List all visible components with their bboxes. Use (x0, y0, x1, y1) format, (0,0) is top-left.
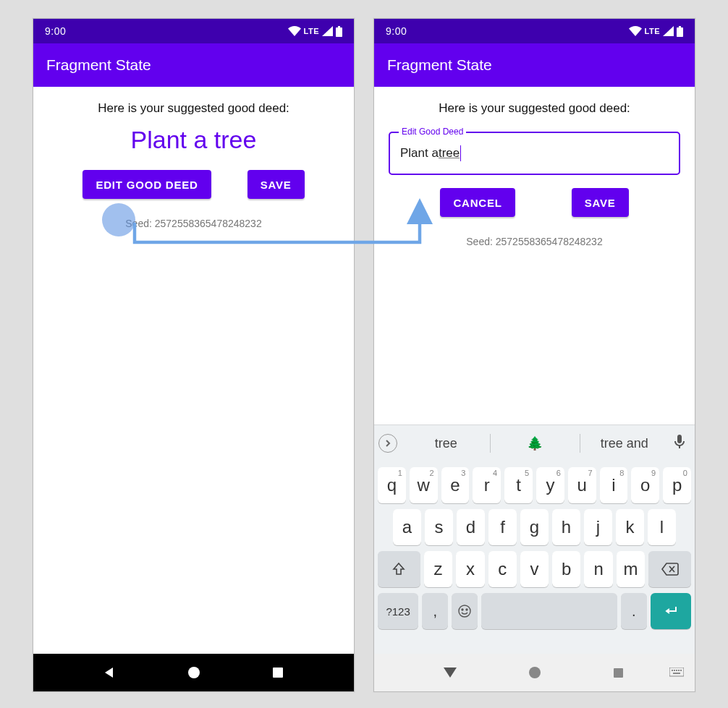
transition-arrow (0, 0, 728, 708)
